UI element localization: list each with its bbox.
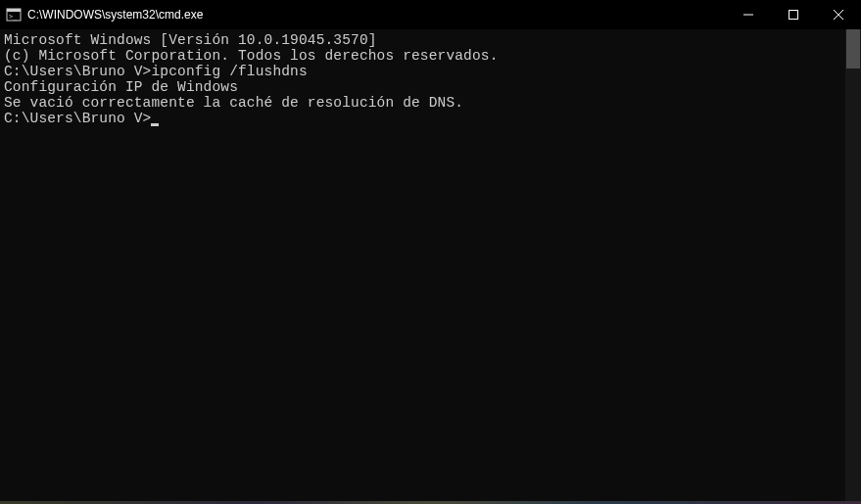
cursor: [151, 123, 159, 126]
svg-text:>_: >_: [9, 13, 18, 21]
window-title: C:\WINDOWS\system32\cmd.exe: [27, 8, 203, 22]
terminal-line: Se vació correctamente la caché de resol…: [4, 96, 841, 112]
prompt: C:\Users\Bruno V>: [4, 111, 151, 126]
terminal-line: Microsoft Windows [Versión 10.0.19045.35…: [4, 33, 841, 49]
terminal-line: C:\Users\Bruno V>: [4, 112, 841, 127]
terminal-line: (c) Microsoft Corporation. Todos los der…: [4, 49, 841, 65]
svg-rect-1: [7, 9, 21, 12]
terminal-content[interactable]: Microsoft Windows [Versión 10.0.19045.35…: [0, 29, 845, 501]
terminal-area[interactable]: Microsoft Windows [Versión 10.0.19045.35…: [0, 29, 861, 501]
close-button[interactable]: [816, 0, 861, 29]
window-titlebar: >_ C:\WINDOWS\system32\cmd.exe: [0, 0, 861, 29]
scrollbar-thumb[interactable]: [846, 29, 860, 69]
command-text: ipconfig /flushdns: [151, 64, 307, 79]
svg-rect-4: [789, 11, 798, 20]
terminal-line: C:\Users\Bruno V>ipconfig /flushdns: [4, 65, 841, 80]
minimize-button[interactable]: [726, 0, 771, 29]
cmd-icon: >_: [6, 7, 22, 23]
scrollbar[interactable]: [845, 29, 861, 501]
titlebar-left: >_ C:\WINDOWS\system32\cmd.exe: [6, 7, 203, 23]
window-controls: [726, 0, 861, 29]
terminal-line: Configuración IP de Windows: [4, 80, 841, 96]
prompt: C:\Users\Bruno V>: [4, 64, 151, 79]
maximize-button[interactable]: [771, 0, 816, 29]
